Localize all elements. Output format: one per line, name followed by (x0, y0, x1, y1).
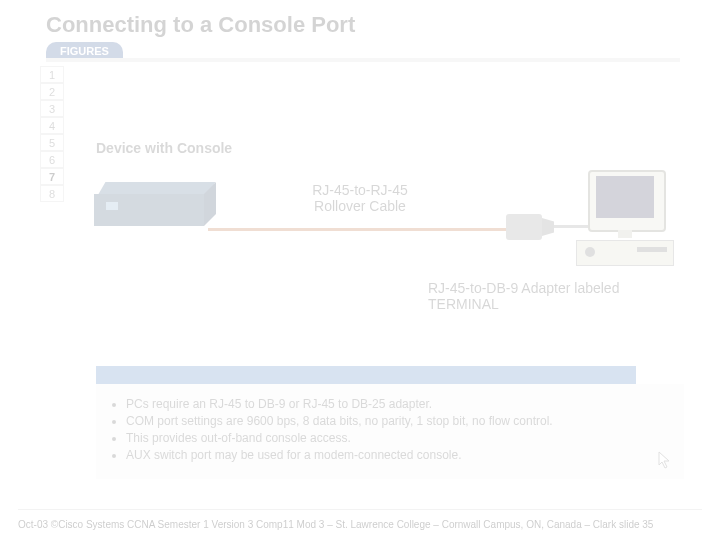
figure-nav-3[interactable]: 3 (40, 100, 64, 117)
note-bullet: This provides out-of-band console access… (126, 431, 670, 445)
figure-nav-5[interactable]: 5 (40, 134, 64, 151)
router-icon (94, 190, 204, 234)
label-device-with-console: Device with Console (96, 140, 232, 156)
figure-nav-8[interactable]: 8 (40, 185, 64, 202)
label-rollover-cable: RJ-45-to-RJ-45 Rollover Cable (290, 182, 430, 214)
figure-nav-4[interactable]: 4 (40, 117, 64, 134)
figure-nav-6[interactable]: 6 (40, 151, 64, 168)
label-db9-adapter: RJ-45-to-DB-9 Adapter labeled TERMINAL (428, 280, 628, 312)
figure-nav-7[interactable]: 7 (40, 168, 64, 185)
notes-header-bar (96, 366, 636, 384)
figures-list: 1 2 3 4 5 6 7 8 (40, 66, 64, 202)
notes-box: PCs require an RJ-45 to DB-9 or RJ-45 to… (96, 384, 684, 479)
slide: Connecting to a Console Port FIGURES 1 2… (0, 0, 720, 540)
db9-adapter-icon (506, 214, 542, 240)
page-title: Connecting to a Console Port (46, 12, 355, 38)
note-bullet: PCs require an RJ-45 to DB-9 or RJ-45 to… (126, 397, 670, 411)
footer-divider (18, 509, 702, 510)
note-bullet: COM port settings are 9600 bps, 8 data b… (126, 414, 670, 428)
rollover-cable-line (208, 228, 506, 231)
pc-icon (570, 170, 680, 280)
footer-text: Oct-03 ©Cisco Systems CCNA Semester 1 Ve… (18, 519, 702, 530)
figure-nav-2[interactable]: 2 (40, 83, 64, 100)
figures-bar (46, 58, 680, 62)
figure-nav-1[interactable]: 1 (40, 66, 64, 83)
note-bullet: AUX switch port may be used for a modem-… (126, 448, 670, 462)
diagram-canvas: Device with Console PC RJ-45-to-RJ-45 Ro… (80, 70, 680, 480)
